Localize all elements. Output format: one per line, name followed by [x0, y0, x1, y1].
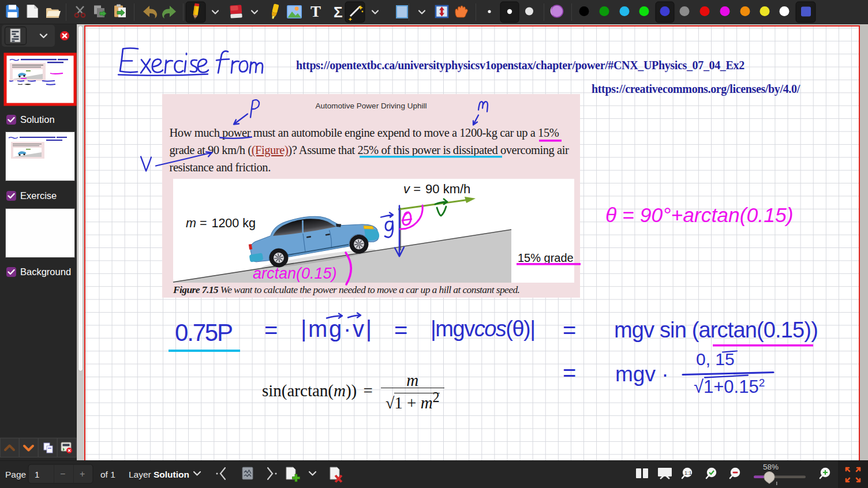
svg-text:Solution: Solution	[20, 114, 55, 125]
svg-text:Background: Background	[20, 266, 71, 277]
svg-text:Σ: Σ	[334, 3, 343, 21]
svg-text:1: 1	[35, 470, 39, 479]
svg-text:58%: 58%	[763, 463, 779, 471]
svg-text:−: −	[60, 469, 65, 479]
svg-text:Layer: Layer	[129, 470, 151, 479]
svg-text:1:1: 1:1	[684, 470, 692, 476]
svg-text:Solution: Solution	[154, 470, 189, 479]
svg-text:Exercise: Exercise	[20, 190, 57, 201]
svg-text:+: +	[80, 469, 85, 479]
svg-text:of 1: of 1	[100, 470, 115, 479]
svg-text:Page: Page	[5, 470, 26, 479]
svg-text:T: T	[310, 3, 321, 20]
